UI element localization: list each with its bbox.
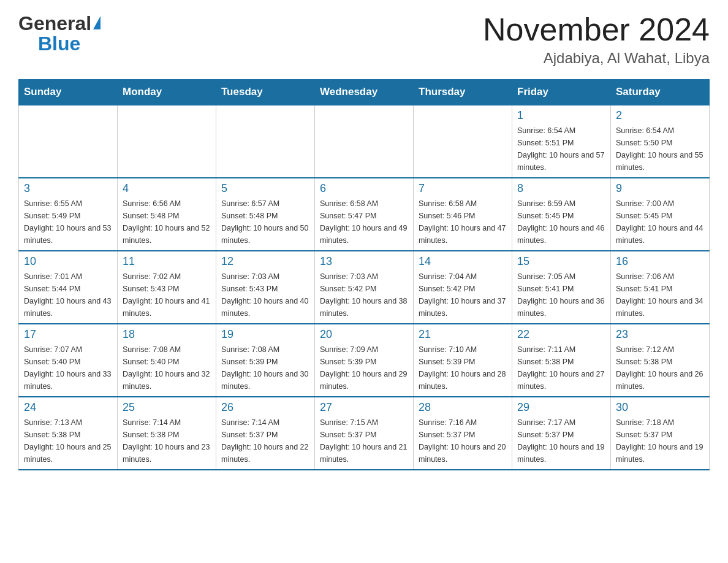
calendar-cell: 9Sunrise: 7:00 AMSunset: 5:45 PMDaylight… bbox=[611, 178, 710, 251]
calendar-cell: 27Sunrise: 7:15 AMSunset: 5:37 PMDayligh… bbox=[315, 397, 414, 470]
calendar-cell: 28Sunrise: 7:16 AMSunset: 5:37 PMDayligh… bbox=[414, 397, 512, 470]
day-number: 25 bbox=[123, 401, 211, 414]
day-number: 1 bbox=[517, 109, 605, 122]
day-info: Sunrise: 6:54 AMSunset: 5:50 PMDaylight:… bbox=[616, 124, 704, 174]
day-number: 26 bbox=[221, 401, 309, 414]
calendar-cell: 12Sunrise: 7:03 AMSunset: 5:43 PMDayligh… bbox=[216, 251, 315, 324]
day-number: 30 bbox=[616, 401, 704, 414]
day-info: Sunrise: 7:14 AMSunset: 5:38 PMDaylight:… bbox=[123, 416, 211, 465]
day-info: Sunrise: 7:00 AMSunset: 5:45 PMDaylight:… bbox=[616, 197, 704, 247]
day-info: Sunrise: 6:55 AMSunset: 5:49 PMDaylight:… bbox=[24, 197, 112, 247]
location-subtitle: Ajdabiya, Al Wahat, Libya bbox=[483, 50, 710, 67]
day-info: Sunrise: 6:54 AMSunset: 5:51 PMDaylight:… bbox=[517, 124, 605, 174]
day-number: 27 bbox=[320, 401, 408, 414]
calendar-cell: 29Sunrise: 7:17 AMSunset: 5:37 PMDayligh… bbox=[512, 397, 611, 470]
day-number: 9 bbox=[616, 182, 704, 195]
day-number: 2 bbox=[616, 109, 704, 122]
day-info: Sunrise: 7:16 AMSunset: 5:37 PMDaylight:… bbox=[419, 416, 507, 465]
calendar-cell: 10Sunrise: 7:01 AMSunset: 5:44 PMDayligh… bbox=[19, 251, 118, 324]
calendar-week-row: 10Sunrise: 7:01 AMSunset: 5:44 PMDayligh… bbox=[19, 251, 710, 324]
day-of-week-saturday: Saturday bbox=[611, 80, 710, 105]
day-number: 28 bbox=[419, 401, 507, 414]
day-number: 5 bbox=[221, 182, 309, 195]
day-of-week-thursday: Thursday bbox=[414, 80, 512, 105]
day-number: 17 bbox=[24, 328, 112, 341]
day-number: 24 bbox=[24, 401, 112, 414]
day-info: Sunrise: 7:09 AMSunset: 5:39 PMDaylight:… bbox=[320, 343, 408, 393]
day-info: Sunrise: 7:03 AMSunset: 5:43 PMDaylight:… bbox=[221, 270, 309, 320]
calendar-cell: 16Sunrise: 7:06 AMSunset: 5:41 PMDayligh… bbox=[611, 251, 710, 324]
day-info: Sunrise: 7:03 AMSunset: 5:42 PMDaylight:… bbox=[320, 270, 408, 320]
calendar-cell: 21Sunrise: 7:10 AMSunset: 5:39 PMDayligh… bbox=[414, 324, 512, 397]
day-of-week-friday: Friday bbox=[512, 80, 611, 105]
day-info: Sunrise: 7:08 AMSunset: 5:40 PMDaylight:… bbox=[123, 343, 211, 393]
day-number: 13 bbox=[320, 255, 408, 268]
day-info: Sunrise: 7:04 AMSunset: 5:42 PMDaylight:… bbox=[419, 270, 507, 320]
calendar-cell: 4Sunrise: 6:56 AMSunset: 5:48 PMDaylight… bbox=[118, 178, 216, 251]
calendar-cell: 30Sunrise: 7:18 AMSunset: 5:37 PMDayligh… bbox=[611, 397, 710, 470]
day-info: Sunrise: 7:13 AMSunset: 5:38 PMDaylight:… bbox=[24, 416, 112, 465]
logo-blue-text: Blue bbox=[38, 33, 80, 55]
logo-general-text: General bbox=[18, 12, 91, 35]
calendar-week-row: 17Sunrise: 7:07 AMSunset: 5:40 PMDayligh… bbox=[19, 324, 710, 397]
calendar-cell: 1Sunrise: 6:54 AMSunset: 5:51 PMDaylight… bbox=[512, 105, 611, 178]
calendar-cell: 8Sunrise: 6:59 AMSunset: 5:45 PMDaylight… bbox=[512, 178, 611, 251]
day-info: Sunrise: 6:58 AMSunset: 5:47 PMDaylight:… bbox=[320, 197, 408, 247]
calendar-cell: 14Sunrise: 7:04 AMSunset: 5:42 PMDayligh… bbox=[414, 251, 512, 324]
day-info: Sunrise: 7:07 AMSunset: 5:40 PMDaylight:… bbox=[24, 343, 112, 393]
calendar-cell: 5Sunrise: 6:57 AMSunset: 5:48 PMDaylight… bbox=[216, 178, 315, 251]
calendar-cell: 18Sunrise: 7:08 AMSunset: 5:40 PMDayligh… bbox=[118, 324, 216, 397]
day-number: 11 bbox=[123, 255, 211, 268]
calendar-cell: 17Sunrise: 7:07 AMSunset: 5:40 PMDayligh… bbox=[19, 324, 118, 397]
day-info: Sunrise: 7:15 AMSunset: 5:37 PMDaylight:… bbox=[320, 416, 408, 465]
day-info: Sunrise: 6:57 AMSunset: 5:48 PMDaylight:… bbox=[221, 197, 309, 247]
day-info: Sunrise: 7:06 AMSunset: 5:41 PMDaylight:… bbox=[616, 270, 704, 320]
calendar-cell: 24Sunrise: 7:13 AMSunset: 5:38 PMDayligh… bbox=[19, 397, 118, 470]
day-number: 8 bbox=[517, 182, 605, 195]
calendar-table: SundayMondayTuesdayWednesdayThursdayFrid… bbox=[18, 79, 710, 470]
day-info: Sunrise: 7:05 AMSunset: 5:41 PMDaylight:… bbox=[517, 270, 605, 320]
day-info: Sunrise: 6:59 AMSunset: 5:45 PMDaylight:… bbox=[517, 197, 605, 247]
day-number: 22 bbox=[517, 328, 605, 341]
day-info: Sunrise: 7:10 AMSunset: 5:39 PMDaylight:… bbox=[419, 343, 507, 393]
day-info: Sunrise: 7:08 AMSunset: 5:39 PMDaylight:… bbox=[221, 343, 309, 393]
month-year-title: November 2024 bbox=[483, 12, 710, 47]
day-number: 3 bbox=[24, 182, 112, 195]
day-of-week-sunday: Sunday bbox=[19, 80, 118, 105]
day-number: 7 bbox=[419, 182, 507, 195]
day-info: Sunrise: 7:11 AMSunset: 5:38 PMDaylight:… bbox=[517, 343, 605, 393]
day-number: 12 bbox=[221, 255, 309, 268]
day-of-week-tuesday: Tuesday bbox=[216, 80, 315, 105]
day-info: Sunrise: 7:14 AMSunset: 5:37 PMDaylight:… bbox=[221, 416, 309, 465]
calendar-cell bbox=[118, 105, 216, 178]
calendar-cell: 20Sunrise: 7:09 AMSunset: 5:39 PMDayligh… bbox=[315, 324, 414, 397]
calendar-cell bbox=[414, 105, 512, 178]
logo: General Blue bbox=[18, 12, 100, 55]
day-info: Sunrise: 7:01 AMSunset: 5:44 PMDaylight:… bbox=[24, 270, 112, 320]
day-number: 29 bbox=[517, 401, 605, 414]
day-number: 21 bbox=[419, 328, 507, 341]
day-info: Sunrise: 7:17 AMSunset: 5:37 PMDaylight:… bbox=[517, 416, 605, 465]
calendar-cell: 23Sunrise: 7:12 AMSunset: 5:38 PMDayligh… bbox=[611, 324, 710, 397]
day-number: 20 bbox=[320, 328, 408, 341]
day-info: Sunrise: 7:02 AMSunset: 5:43 PMDaylight:… bbox=[123, 270, 211, 320]
calendar-week-row: 1Sunrise: 6:54 AMSunset: 5:51 PMDaylight… bbox=[19, 105, 710, 178]
day-number: 15 bbox=[517, 255, 605, 268]
calendar-cell: 22Sunrise: 7:11 AMSunset: 5:38 PMDayligh… bbox=[512, 324, 611, 397]
calendar-cell: 26Sunrise: 7:14 AMSunset: 5:37 PMDayligh… bbox=[216, 397, 315, 470]
calendar-week-row: 3Sunrise: 6:55 AMSunset: 5:49 PMDaylight… bbox=[19, 178, 710, 251]
day-of-week-monday: Monday bbox=[118, 80, 216, 105]
calendar-header-row: SundayMondayTuesdayWednesdayThursdayFrid… bbox=[19, 80, 710, 105]
title-section: November 2024 Ajdabiya, Al Wahat, Libya bbox=[483, 12, 710, 67]
day-number: 6 bbox=[320, 182, 408, 195]
calendar-cell: 15Sunrise: 7:05 AMSunset: 5:41 PMDayligh… bbox=[512, 251, 611, 324]
calendar-cell bbox=[19, 105, 118, 178]
day-number: 18 bbox=[123, 328, 211, 341]
logo-triangle-icon bbox=[93, 16, 100, 29]
day-number: 14 bbox=[419, 255, 507, 268]
calendar-cell: 25Sunrise: 7:14 AMSunset: 5:38 PMDayligh… bbox=[118, 397, 216, 470]
day-of-week-wednesday: Wednesday bbox=[315, 80, 414, 105]
calendar-cell bbox=[216, 105, 315, 178]
day-number: 10 bbox=[24, 255, 112, 268]
day-info: Sunrise: 6:56 AMSunset: 5:48 PMDaylight:… bbox=[123, 197, 211, 247]
